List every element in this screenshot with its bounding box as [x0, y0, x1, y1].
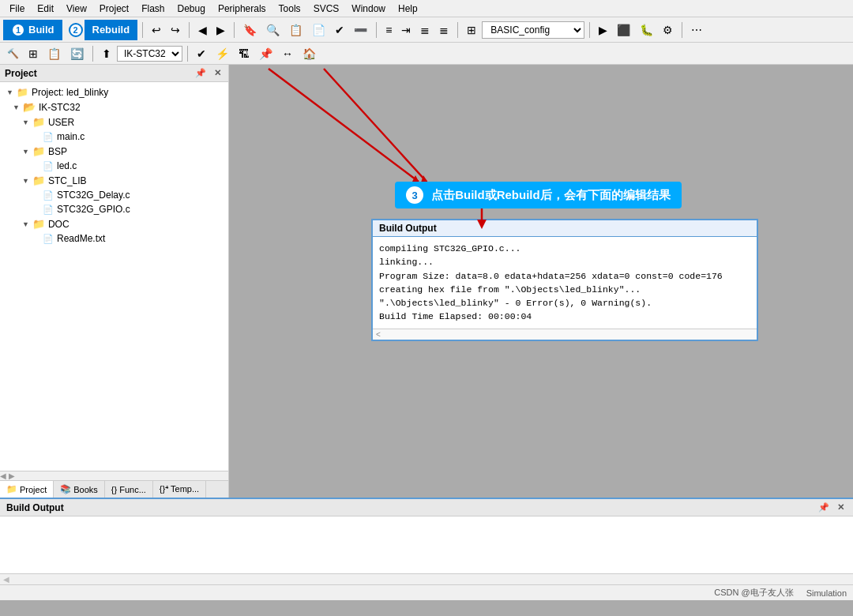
grid-button[interactable]: ⊞	[463, 21, 480, 39]
bottom-panel-hscroll[interactable]: ◀	[0, 573, 853, 584]
t2-sep1	[92, 46, 93, 62]
sidebar-hscroll[interactable]: ◀ ▶	[0, 471, 228, 480]
nav-forward-button[interactable]: ▶	[212, 21, 229, 39]
tab-books-icon: 📚	[60, 484, 71, 494]
tree-item-gpio-c[interactable]: 📄 STC32G_GPIO.c	[0, 202, 228, 216]
menu-file[interactable]: File	[3, 2, 31, 16]
t2-pin-icon[interactable]: 📌	[255, 44, 276, 63]
popup-title: Build Output	[373, 220, 757, 237]
build-output-popup: Build Output compiling STC32G_GPIO.c... …	[371, 219, 758, 341]
sidebar-header: Project 📌 ✕	[0, 65, 228, 82]
minus-button[interactable]: ➖	[350, 21, 371, 39]
bottom-panel-header-icons: 📌 ✕	[816, 501, 847, 513]
t2-build-icon[interactable]: 🔨	[3, 44, 23, 63]
sep1	[142, 22, 143, 38]
tab-temp-label: {}⁴ Temp...	[160, 484, 199, 494]
check-button[interactable]: ✔	[331, 21, 348, 39]
menu-window[interactable]: Window	[345, 2, 392, 16]
redo-button[interactable]: ↪	[167, 21, 184, 39]
debug-button[interactable]: 🐛	[636, 21, 657, 39]
menu-tools[interactable]: Tools	[272, 2, 307, 16]
t2-arrow-icon[interactable]: ↔	[278, 44, 297, 63]
tree-item-main-c[interactable]: 📄 main.c	[0, 130, 228, 144]
tree-item-delay-c[interactable]: 📄 STC32G_Delay.c	[0, 188, 228, 202]
nav-back-button[interactable]: ◀	[194, 21, 211, 39]
menu-edit[interactable]: Edit	[31, 2, 60, 16]
sidebar-header-icons: 📌 ✕	[193, 67, 224, 79]
undo-button[interactable]: ↩	[148, 21, 165, 39]
folder-icon-user: 📁	[32, 116, 45, 128]
tree-item-bsp[interactable]: ▼ 📁 BSP	[0, 144, 228, 159]
folder-icon-ik: 📂	[23, 101, 36, 113]
lines2-button[interactable]: ≣	[435, 21, 453, 39]
lines-button[interactable]: ≣	[416, 21, 434, 39]
tree-label-project: Project: led_blinky	[32, 87, 108, 98]
tab-books[interactable]: 📚 Books	[54, 481, 105, 498]
tab-project[interactable]: 📁 Project	[0, 481, 54, 498]
tree-item-led-c[interactable]: 📄 led.c	[0, 159, 228, 173]
menu-peripherals[interactable]: Peripherals	[212, 2, 272, 16]
t2-list-icon[interactable]: 📋	[43, 44, 65, 63]
tree-item-doc[interactable]: ▼ 📁 DOC	[0, 216, 228, 231]
folder-icon-doc: 📁	[32, 218, 45, 230]
target-button[interactable]: ⚙	[659, 21, 677, 39]
t2-house-icon[interactable]: 🏠	[299, 44, 320, 63]
bottom-panel-close-icon[interactable]: ✕	[835, 501, 847, 513]
tree-item-stc-lib[interactable]: ▼ 📁 STC_LIB	[0, 173, 228, 188]
t2-refresh-icon[interactable]: 🔄	[66, 44, 88, 63]
tree-label-doc: DOC	[48, 219, 70, 230]
bookmark-button[interactable]: 🔖	[239, 21, 261, 39]
file-icon-gpio: 📄	[43, 205, 54, 215]
tree-item-project[interactable]: ▼ 📁 Project: led_blinky	[0, 85, 228, 100]
editor-area: 3 点击Build或Rebuild后，会有下面的编辑结果 Build Outpu…	[229, 65, 853, 498]
menu-project[interactable]: Project	[93, 2, 135, 16]
t2-component-icon[interactable]: 🏗	[235, 44, 254, 63]
copy-button[interactable]: 📋	[285, 21, 306, 39]
tree-item-user[interactable]: ▼ 📁 USER	[0, 115, 228, 130]
file-icon-delay: 📄	[43, 190, 54, 201]
search-button[interactable]: 🔍	[262, 21, 284, 39]
paste-button[interactable]: 📄	[308, 21, 329, 39]
content-area: Project 📌 ✕ ▼ 📁 Project: led_blinky ▼ 📂 …	[0, 65, 853, 498]
tab-temp[interactable]: {}⁴ Temp...	[153, 481, 206, 498]
t2-magic-icon[interactable]: ⚡	[212, 44, 233, 63]
popup-line-1: compiling STC32G_GPIO.c...	[379, 242, 750, 255]
sidebar-title: Project	[5, 68, 37, 79]
more-button[interactable]: ⋯	[687, 21, 706, 39]
target-dropdown[interactable]: IK-STC32	[117, 46, 182, 62]
menu-view[interactable]: View	[60, 2, 93, 16]
popup-scroll-left: <	[376, 330, 381, 339]
t2-sep2	[187, 46, 188, 62]
build-button[interactable]: 1 Build	[3, 20, 62, 40]
rebuild-button[interactable]: Rebuild	[85, 20, 138, 40]
t2-load-icon[interactable]: ⬆	[98, 44, 115, 63]
menu-help[interactable]: Help	[392, 2, 424, 16]
sidebar-pin-icon[interactable]: 📌	[193, 67, 209, 79]
tab-func[interactable]: {} Func...	[105, 481, 153, 498]
config-dropdown[interactable]: BASIC_config DEBUG_config	[482, 21, 584, 39]
menu-debug[interactable]: Debug	[171, 2, 212, 16]
tab-func-label: {} Func...	[111, 485, 146, 494]
indent2-button[interactable]: ⇥	[397, 21, 415, 39]
folder-icon-bsp: 📁	[32, 145, 45, 157]
footer-right: CSDN @电子友人张	[714, 587, 793, 599]
build-label: Build	[28, 24, 54, 36]
sidebar-tabs: 📁 Project 📚 Books {} Func... {}⁴ Temp...	[0, 480, 228, 498]
expand-arrow-ik: ▼	[13, 103, 20, 111]
menu-svcs[interactable]: SVCS	[307, 2, 346, 16]
sidebar-close-icon[interactable]: ✕	[212, 67, 224, 79]
tree-item-readme[interactable]: 📄 ReadMe.txt	[0, 231, 228, 246]
tree-item-ik-stc32[interactable]: ▼ 📂 IK-STC32	[0, 100, 228, 115]
t2-check-icon[interactable]: ✔	[193, 44, 210, 63]
bottom-panel-pin-icon[interactable]: 📌	[816, 501, 832, 513]
sep4	[376, 22, 377, 38]
folder-icon-stclib: 📁	[32, 175, 45, 186]
indent-button[interactable]: ≡	[381, 21, 396, 39]
t2-grid-icon[interactable]: ⊞	[24, 44, 42, 63]
run-button[interactable]: ▶	[595, 21, 611, 39]
bottom-panel-title: Build Output	[6, 502, 64, 513]
callout-box: 3 点击Build或Rebuild后，会有下面的编辑结果	[395, 182, 682, 208]
menu-flash[interactable]: Flash	[135, 2, 171, 16]
stop-button[interactable]: ⬛	[613, 21, 634, 39]
bottom-panel-body	[0, 516, 853, 573]
